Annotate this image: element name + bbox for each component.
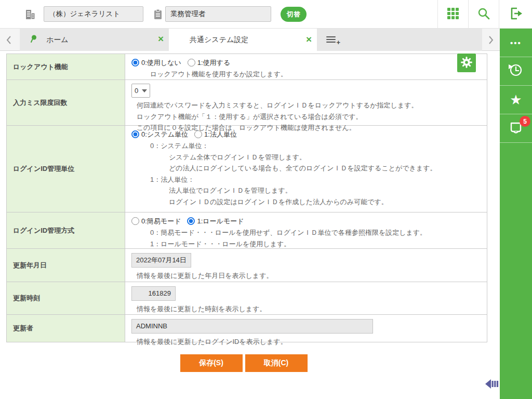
pin-icon [30,35,37,45]
radio-id-unit-0[interactable] [131,130,139,138]
logout-button[interactable] [499,0,532,28]
radio-label: 1:使用する [197,59,230,66]
radio-label: 1:法人単位 [204,130,237,138]
select-value: 0 [135,87,138,95]
search-button[interactable] [469,0,499,28]
settings-row-lockout: ロックアウト機能 0:使用しない1:使用する ロックアウト機能を使用するか設定し… [7,54,487,79]
top-bar: 切替 [0,0,532,29]
row-content: 0 何回連続でパスワードを入力ミスすると、ログインＩＤをロックアウトするか指定し… [125,80,487,125]
row-description: 情報を最後に更新した時刻を表示します。 [131,303,482,315]
role-input[interactable] [165,6,271,22]
tab-home-label: ホーム [46,35,69,45]
row-label: 更新時刻 [7,282,125,314]
row-description: 1：ロールモード・・・ロールを使用します。 [131,238,482,250]
row-description: ログインＩＤの設定はログインＩＤを作成した法人からのみ可能です。 [131,196,482,208]
tab-bar: ホーム × 共通システム設定 × + [0,29,500,51]
chevron-left-icon [6,35,12,45]
settings-row-id-mode: ログインID管理方式 0:簡易モード1:ロールモード 0：簡易モード・・・ロール… [7,212,487,248]
update-date-field: 2022年07月14日 [131,253,191,268]
row-description: 情報を最後に更新した年月日を表示します。 [131,270,482,282]
collapse-arrow-icon [485,382,500,390]
ellipsis-icon: ••• [510,38,522,47]
row-description: どの法人にログインしている場合も、全てのログインＩＤを設定することができます。 [131,163,482,174]
organization-icon [24,8,36,23]
action-buttons: 保存(S) 取消(C) [0,354,487,372]
star-icon: ★ [510,93,522,107]
tab-active-close-icon[interactable]: × [306,34,312,45]
tab-list-add-area[interactable]: + [317,29,482,51]
switch-button[interactable]: 切替 [281,7,307,22]
settings-row-update-date: 更新年月日 2022年07月14日 情報を最後に更新した年月日を表示します。 [7,248,487,282]
sidebar-favorites-button[interactable]: ★ [500,86,532,114]
plus-glyph: + [336,38,340,46]
radio-label: 1:ロールモード [197,217,244,225]
tab-home-close-icon[interactable]: × [158,33,164,45]
chevron-right-icon [488,35,494,45]
radio-lockout-0[interactable] [131,59,139,66]
save-button[interactable]: 保存(S) [180,354,243,372]
row-content: 0:簡易モード1:ロールモード 0：簡易モード・・・ロールを使用せず、ログインＩ… [125,212,487,248]
row-description: 0：システム単位： [131,140,482,152]
row-description: 0：簡易モード・・・ロールを使用せず、ログインＩＤ単位で各種参照権限を設定します… [131,227,482,238]
row-description: システム全体でログインＩＤを管理します。 [131,152,482,163]
sidebar-history-button[interactable] [500,57,532,86]
page-settings-button[interactable] [457,54,476,72]
collapse-sidebar-button[interactable] [485,379,500,389]
row-description: 情報を最後に更新したログインIDを表示します。 [131,336,482,348]
apps-grid-button[interactable] [438,0,468,28]
row-description: ロックアウト機能を使用するか設定します。 [131,69,482,80]
settings-table: ロックアウト機能 0:使用しない1:使用する ロックアウト機能を使用するか設定し… [6,54,487,342]
main-content: ロックアウト機能 0:使用しない1:使用する ロックアウト機能を使用するか設定し… [0,51,500,399]
settings-row-miss-limit: 入力ミス限度回数 0 何回連続でパスワードを入力ミスすると、ログインＩＤをロック… [7,79,487,125]
company-input[interactable] [44,6,143,22]
tab-home[interactable]: ホーム × [20,29,169,51]
settings-row-id-unit: ログインID管理単位 0:システム単位1:法人単位 0：システム単位： システム… [7,125,487,212]
row-description: ロックアウト機能が「１：使用する」が選択されている場合は必須です。 [131,111,482,123]
row-description: 何回連続でパスワードを入力ミスすると、ログインＩＤをロックアウトするか指定します… [131,100,482,111]
radio-id-mode-0[interactable] [131,217,139,225]
row-description: 法人単位でログインＩＤを管理します。 [131,185,482,196]
radio-label: 0:使用しない [141,59,181,66]
clipboard-icon [153,9,163,22]
update-time-field: 161829 [131,286,176,301]
row-content: 0:システム単位1:法人単位 0：システム単位： システム全体でログインＩＤを管… [125,126,487,212]
history-icon [507,61,525,81]
tab-active-label: 共通システム設定 [190,35,248,45]
radio-lockout-1[interactable] [188,59,195,66]
radio-id-mode-1[interactable] [187,217,195,225]
logout-icon [508,6,524,23]
row-description: 1：法人単位： [131,174,482,185]
add-tab-icon: + [326,36,336,44]
cancel-button[interactable]: 取消(C) [245,354,308,372]
row-content: 161829 情報を最後に更新した時刻を表示します。 [125,282,487,314]
sidebar-more-button[interactable]: ••• [500,29,532,57]
row-content: 2022年07月14日 情報を最後に更新した年月日を表示します。 [125,249,487,282]
tabs-scroll-right-button[interactable] [486,35,496,45]
row-content: ADMINNB 情報を最後に更新したログインIDを表示します。 [125,315,487,342]
miss-limit-select[interactable]: 0 [131,84,150,98]
sidebar-tray-button[interactable]: 5 [500,114,532,143]
radio-label: 0:簡易モード [141,217,181,225]
updater-field: ADMINNB [131,319,373,334]
settings-row-update-time: 更新時刻 161829 情報を最後に更新した時刻を表示します。 [7,282,487,314]
tab-common-system-settings[interactable]: 共通システム設定 × [169,29,317,51]
right-sidebar: ••• ★ 5 [500,29,532,399]
radio-id-unit-1[interactable] [194,130,202,138]
gear-icon [459,55,474,72]
apps-grid-icon [446,7,460,22]
row-label: 更新年月日 [7,249,125,282]
search-icon [477,7,490,22]
row-label: 入力ミス限度回数 [7,80,125,125]
tabs-scroll-left-button[interactable] [4,35,14,45]
chevron-down-icon [142,89,147,92]
row-content: 0:使用しない1:使用する ロックアウト機能を使用するか設定します。 [125,54,487,79]
notification-badge: 5 [520,116,530,127]
settings-row-updater: 更新者 ADMINNB 情報を最後に更新したログインIDを表示します。 [7,314,487,342]
row-label: ログインID管理方式 [7,212,125,248]
row-label: 更新者 [7,315,125,342]
row-label: ロックアウト機能 [7,54,125,79]
radio-label: 0:システム単位 [141,130,188,138]
row-label: ログインID管理単位 [7,126,125,212]
